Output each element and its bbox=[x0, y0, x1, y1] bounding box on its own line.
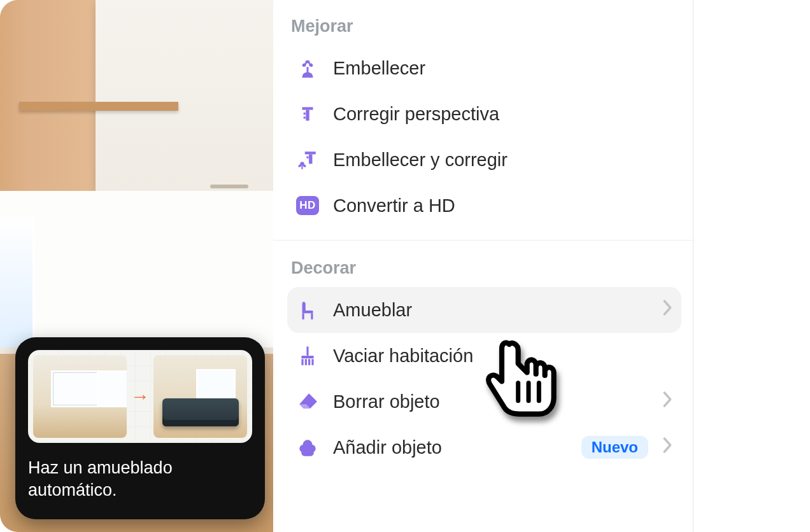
tooltip-before-thumb bbox=[33, 355, 127, 438]
svg-rect-17 bbox=[306, 346, 308, 356]
section-title-improve: Mejorar bbox=[287, 14, 681, 45]
svg-rect-5 bbox=[306, 110, 309, 121]
tooltip-after-thumb bbox=[153, 355, 247, 438]
actions-menu: Mejorar Embellecer Corregir perspectiva … bbox=[273, 0, 693, 532]
svg-point-3 bbox=[306, 63, 309, 66]
menu-item-label: Embellecer y corregir bbox=[333, 150, 508, 171]
menu-item-label: Borrar objeto bbox=[333, 391, 440, 412]
menu-item-add-object[interactable]: Añadir objeto Nuevo bbox=[287, 424, 681, 470]
svg-rect-14 bbox=[302, 311, 313, 313]
svg-rect-16 bbox=[311, 313, 313, 319]
svg-rect-13 bbox=[301, 166, 302, 169]
tooltip-preview: → bbox=[28, 350, 252, 443]
blank-area bbox=[693, 0, 810, 532]
tooltip-card: → Haz un amueblado automático. bbox=[15, 337, 265, 519]
svg-rect-8 bbox=[309, 155, 312, 164]
svg-rect-7 bbox=[304, 116, 306, 118]
arrow-right-icon: → bbox=[127, 386, 153, 407]
flower-perspective-icon bbox=[296, 148, 319, 171]
svg-rect-18 bbox=[301, 359, 303, 365]
svg-rect-21 bbox=[311, 359, 313, 365]
menu-item-label: Vaciar habitación bbox=[333, 346, 473, 367]
menu-item-label: Convertir a HD bbox=[333, 195, 455, 216]
scene-decor bbox=[96, 0, 273, 191]
divider bbox=[273, 240, 693, 241]
svg-rect-6 bbox=[304, 113, 306, 115]
svg-rect-15 bbox=[302, 313, 304, 319]
menu-item-erase-object[interactable]: Borrar objeto bbox=[287, 379, 681, 424]
menu-item-convert-hd[interactable]: HD Convertir a HD bbox=[287, 183, 681, 228]
chevron-right-icon bbox=[661, 437, 674, 459]
menu-item-label: Embellecer bbox=[333, 58, 425, 79]
tooltip-text: Haz un amueblado automático. bbox=[28, 457, 252, 501]
chair-icon bbox=[296, 298, 319, 321]
menu-item-beautify[interactable]: Embellecer bbox=[287, 45, 681, 91]
chevron-right-icon bbox=[661, 299, 674, 321]
scene-decor bbox=[210, 185, 248, 188]
svg-rect-20 bbox=[308, 359, 310, 365]
hd-icon: HD bbox=[296, 194, 319, 217]
menu-item-fix-perspective[interactable]: Corregir perspectiva bbox=[287, 91, 681, 137]
new-badge: Nuevo bbox=[581, 436, 648, 459]
svg-rect-19 bbox=[305, 359, 307, 365]
scene-decor bbox=[19, 102, 178, 111]
menu-item-beautify-and-fix[interactable]: Embellecer y corregir bbox=[287, 137, 681, 183]
menu-item-empty-room[interactable]: Vaciar habitación bbox=[287, 333, 681, 379]
hd-badge-label: HD bbox=[296, 196, 319, 215]
menu-item-label: Amueblar bbox=[333, 300, 412, 321]
preview-image: → Haz un amueblado automático. bbox=[0, 0, 273, 532]
svg-rect-9 bbox=[306, 157, 308, 158]
menu-item-label: Corregir perspectiva bbox=[333, 104, 499, 125]
menu-item-label: Añadir objeto bbox=[333, 437, 442, 458]
cloud-object-icon bbox=[296, 436, 319, 459]
section-title-decorate: Decorar bbox=[287, 256, 681, 287]
perspective-icon bbox=[296, 102, 319, 125]
chevron-right-icon bbox=[661, 391, 674, 413]
broom-icon bbox=[296, 344, 319, 367]
flower-icon bbox=[296, 57, 319, 80]
menu-item-furnish[interactable]: Amueblar bbox=[287, 287, 681, 333]
eraser-icon bbox=[296, 390, 319, 413]
